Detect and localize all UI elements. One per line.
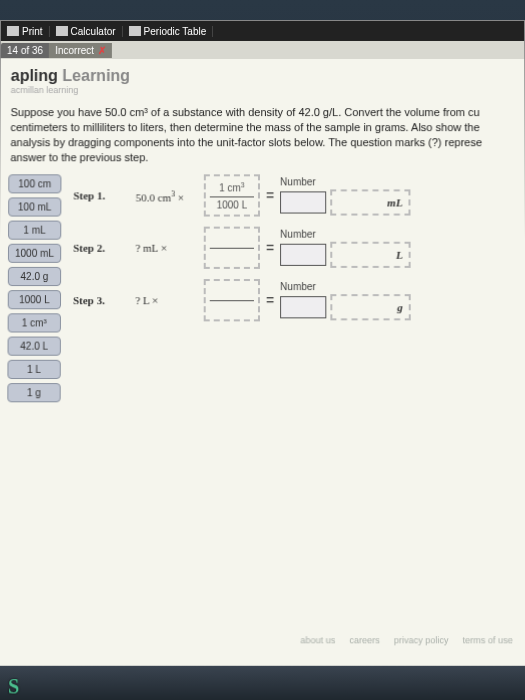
print-label: Print xyxy=(22,25,43,36)
footer-links: about us careers privacy policy terms of… xyxy=(0,605,525,666)
chip[interactable]: 42.0 g xyxy=(8,267,61,286)
periodic-icon xyxy=(129,26,141,36)
calculator-label: Calculator xyxy=(71,25,116,36)
careers-link[interactable]: careers xyxy=(349,635,379,645)
answer-group: Number g xyxy=(280,281,517,320)
answer-group: Number L xyxy=(280,229,517,268)
equals: = xyxy=(266,188,274,204)
answer-label: Number xyxy=(280,176,517,187)
print-button[interactable]: Print xyxy=(1,25,50,36)
chip[interactable]: 1 g xyxy=(7,383,60,402)
unit-factor-slot[interactable] xyxy=(204,279,260,321)
frac-bot: 1000 L xyxy=(216,199,247,210)
chip[interactable]: 1 L xyxy=(7,360,60,379)
periodic-table-button[interactable]: Periodic Table xyxy=(123,25,214,36)
step-label: Step 3. xyxy=(73,295,129,307)
chip[interactable]: 42.0 L xyxy=(8,337,61,356)
question-count: 14 of 36 xyxy=(1,42,49,57)
step-value: ? L × xyxy=(135,295,197,307)
unit-factor-slot[interactable] xyxy=(204,227,260,269)
app-screen: Print Calculator Periodic Table 14 of 36… xyxy=(0,20,525,700)
question-status: Incorrect ✗ xyxy=(49,42,112,57)
brand-sub: acmillan learning xyxy=(11,85,515,95)
unit-slot[interactable]: L xyxy=(330,242,410,268)
answer-input[interactable] xyxy=(280,296,326,318)
answer-label: Number xyxy=(280,281,517,292)
step-2: Step 2. ? mL × = Number L xyxy=(73,227,517,269)
chip[interactable]: 1000 mL xyxy=(8,244,61,263)
brand-dark: apling xyxy=(11,67,58,84)
periodic-label: Periodic Table xyxy=(144,25,207,36)
equals: = xyxy=(266,293,274,309)
brand-area: apling Learning acmillan learning xyxy=(1,59,525,95)
calculator-button[interactable]: Calculator xyxy=(50,25,123,36)
tab-bar: 14 of 36 Incorrect ✗ xyxy=(1,41,524,59)
question-text: Suppose you have 50.0 cm³ of a substance… xyxy=(0,95,524,171)
fraction-line xyxy=(210,196,254,197)
answer-input[interactable] xyxy=(280,244,326,266)
bottom-bar: S xyxy=(0,666,525,700)
chip[interactable]: 100 mL xyxy=(8,198,61,217)
unit-slot[interactable]: g xyxy=(330,294,410,320)
drag-palette: 100 cm 100 mL 1 mL 1000 mL 42.0 g 1000 L… xyxy=(7,175,61,403)
frac-top: 1 cm3 xyxy=(219,182,245,194)
answer-input[interactable] xyxy=(280,191,326,213)
chip[interactable]: 1 mL xyxy=(8,221,61,240)
logo-icon: S xyxy=(8,675,19,699)
chip[interactable]: 100 cm xyxy=(8,175,61,194)
top-toolbar: Print Calculator Periodic Table xyxy=(1,21,524,41)
calculator-icon xyxy=(56,26,68,36)
answer-label: Number xyxy=(280,229,517,240)
incorrect-icon: ✗ xyxy=(98,44,106,55)
workspace: 100 cm 100 mL 1 mL 1000 mL 42.0 g 1000 L… xyxy=(0,171,525,413)
step-value: ? mL × xyxy=(135,242,197,254)
step-label: Step 1. xyxy=(73,190,129,202)
answer-group: Number mL xyxy=(280,176,517,215)
equals: = xyxy=(266,240,274,256)
about-link[interactable]: about us xyxy=(300,635,335,645)
unit-factor-slot[interactable]: 1 cm3 1000 L xyxy=(204,175,260,217)
print-icon xyxy=(7,26,19,36)
chip[interactable]: 1000 L xyxy=(8,290,61,309)
chip[interactable]: 1 cm³ xyxy=(8,314,61,333)
unit-slot[interactable]: mL xyxy=(330,189,410,215)
steps-area: Step 1. 50.0 cm3 × 1 cm3 1000 L = Number… xyxy=(73,175,518,403)
step-value: 50.0 cm3 × xyxy=(136,189,198,203)
fraction-line xyxy=(210,248,254,249)
status-text: Incorrect xyxy=(55,44,94,55)
fraction-line xyxy=(210,300,254,301)
privacy-link[interactable]: privacy policy xyxy=(394,635,449,645)
brand-light: Learning xyxy=(62,67,130,84)
step-3: Step 3. ? L × = Number g xyxy=(73,279,517,321)
step-label: Step 2. xyxy=(73,242,129,254)
step-1: Step 1. 50.0 cm3 × 1 cm3 1000 L = Number… xyxy=(73,175,517,217)
terms-link[interactable]: terms of use xyxy=(463,635,513,645)
